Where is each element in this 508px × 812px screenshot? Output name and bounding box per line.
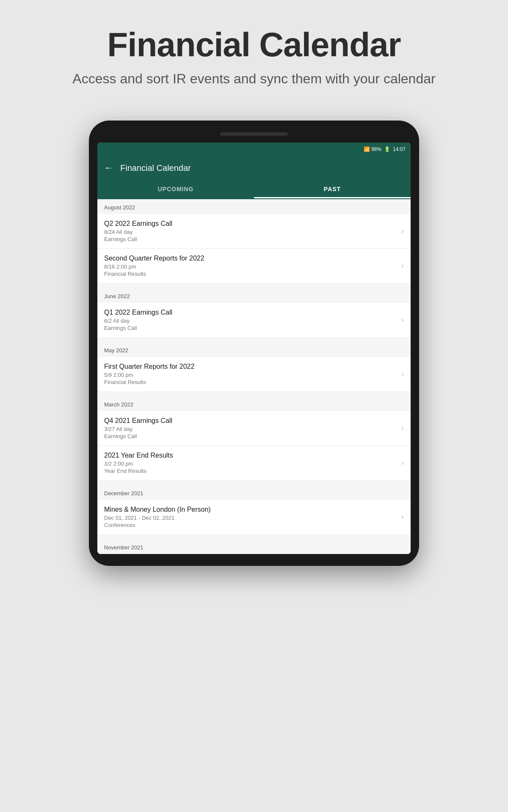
event-date: 3/2 2:00 pm bbox=[104, 461, 398, 467]
event-date: 8/24 All day bbox=[104, 229, 398, 235]
chevron-right-icon: › bbox=[401, 424, 404, 433]
month-header: March 2022 bbox=[97, 396, 411, 411]
section-divider bbox=[97, 534, 411, 539]
month-header: June 2022 bbox=[97, 288, 411, 303]
events-group: Q2 2022 Earnings Call8/24 All dayEarning… bbox=[97, 214, 411, 283]
event-type: Earnings Call bbox=[104, 433, 398, 439]
event-item[interactable]: Q4 2021 Earnings Call3/27 All dayEarning… bbox=[97, 411, 411, 446]
event-type: Financial Results bbox=[104, 379, 398, 385]
device-screen: 📶 98% 🔋 14:07 ← Financial Calendar UPCOM… bbox=[97, 143, 411, 554]
events-group: Q4 2021 Earnings Call3/27 All dayEarning… bbox=[97, 411, 411, 480]
event-item[interactable]: Q1 2022 Earnings Call6/2 All dayEarnings… bbox=[97, 303, 411, 337]
tab-past[interactable]: PAST bbox=[254, 180, 411, 198]
events-group: Mines & Money London (In Person)Dec 01, … bbox=[97, 500, 411, 534]
event-date: 3/27 All day bbox=[104, 426, 398, 432]
chevron-right-icon: › bbox=[401, 458, 404, 467]
month-section: August 2022Q2 2022 Earnings Call8/24 All… bbox=[97, 199, 411, 283]
event-title: First Quarter Reports for 2022 bbox=[104, 363, 398, 370]
event-details: First Quarter Reports for 20225/9 2:00 p… bbox=[104, 363, 398, 385]
section-divider bbox=[97, 480, 411, 485]
device-wrapper: 📶 98% 🔋 14:07 ← Financial Calendar UPCOM… bbox=[89, 121, 419, 566]
event-type: Conferences bbox=[104, 522, 398, 528]
time-text: 14:07 bbox=[393, 146, 406, 152]
device-speaker bbox=[220, 132, 288, 136]
event-type: Financial Results bbox=[104, 271, 398, 277]
month-section: March 2022Q4 2021 Earnings Call3/27 All … bbox=[97, 396, 411, 480]
event-date: 5/9 2:00 pm bbox=[104, 372, 398, 378]
event-date: Dec 01, 2021 - Dec 02, 2021 bbox=[104, 515, 398, 521]
event-date: 6/2 All day bbox=[104, 318, 398, 324]
event-type: Earnings Call bbox=[104, 325, 398, 331]
event-details: Second Quarter Reports for 20228/16 2:00… bbox=[104, 255, 398, 277]
event-item[interactable]: 2021 Year End Results3/2 2:00 pmYear End… bbox=[97, 446, 411, 480]
month-header: August 2022 bbox=[97, 199, 411, 214]
page-title: Financial Calendar bbox=[72, 25, 435, 64]
tabs-bar: UPCOMING PAST bbox=[97, 180, 411, 199]
event-title: Mines & Money London (In Person) bbox=[104, 506, 398, 513]
events-group: First Quarter Reports for 20225/9 2:00 p… bbox=[97, 357, 411, 391]
event-title: Second Quarter Reports for 2022 bbox=[104, 255, 398, 262]
section-divider bbox=[97, 391, 411, 396]
wifi-icon: 📶 98% bbox=[364, 146, 381, 152]
app-bar: ← Financial Calendar bbox=[97, 156, 411, 180]
event-item[interactable]: Q2 2022 Earnings Call8/24 All dayEarning… bbox=[97, 214, 411, 249]
event-type: Earnings Call bbox=[104, 236, 398, 242]
month-header: November 2021 bbox=[97, 539, 411, 554]
month-header: May 2022 bbox=[97, 342, 411, 357]
month-section: December 2021Mines & Money London (In Pe… bbox=[97, 485, 411, 534]
event-title: Q1 2022 Earnings Call bbox=[104, 309, 398, 316]
chevron-right-icon: › bbox=[401, 261, 404, 270]
event-title: Q2 2022 Earnings Call bbox=[104, 220, 398, 228]
event-details: Q1 2022 Earnings Call6/2 All dayEarnings… bbox=[104, 309, 398, 331]
event-item[interactable]: First Quarter Reports for 20225/9 2:00 p… bbox=[97, 357, 411, 391]
chevron-right-icon: › bbox=[401, 227, 404, 236]
event-item[interactable]: Mines & Money London (In Person)Dec 01, … bbox=[97, 500, 411, 534]
battery-icon: 🔋 bbox=[384, 146, 390, 152]
status-icons: 📶 98% 🔋 14:07 bbox=[364, 146, 406, 152]
event-details: Q2 2022 Earnings Call8/24 All dayEarning… bbox=[104, 220, 398, 242]
tab-upcoming[interactable]: UPCOMING bbox=[97, 180, 254, 198]
event-item[interactable]: Second Quarter Reports for 20228/16 2:00… bbox=[97, 249, 411, 283]
page-subtitle: Access and sort IR events and sync them … bbox=[72, 71, 435, 87]
back-button[interactable]: ← bbox=[104, 162, 113, 173]
event-details: Q4 2021 Earnings Call3/27 All dayEarning… bbox=[104, 417, 398, 439]
chevron-right-icon: › bbox=[401, 370, 404, 379]
event-title: Q4 2021 Earnings Call bbox=[104, 417, 398, 425]
app-bar-title: Financial Calendar bbox=[120, 163, 191, 173]
month-section: June 2022Q1 2022 Earnings Call6/2 All da… bbox=[97, 288, 411, 337]
content-area: August 2022Q2 2022 Earnings Call8/24 All… bbox=[97, 199, 411, 554]
event-title: 2021 Year End Results bbox=[104, 452, 398, 459]
event-type: Year End Results bbox=[104, 468, 398, 474]
month-header: December 2021 bbox=[97, 485, 411, 500]
chevron-right-icon: › bbox=[401, 315, 404, 324]
status-bar: 📶 98% 🔋 14:07 bbox=[97, 143, 411, 156]
event-details: 2021 Year End Results3/2 2:00 pmYear End… bbox=[104, 452, 398, 474]
month-section: November 2021 bbox=[97, 539, 411, 554]
section-divider bbox=[97, 283, 411, 288]
event-details: Mines & Money London (In Person)Dec 01, … bbox=[104, 506, 398, 528]
events-group: Q1 2022 Earnings Call6/2 All dayEarnings… bbox=[97, 303, 411, 337]
chevron-right-icon: › bbox=[401, 513, 404, 521]
page-header: Financial Calendar Access and sort IR ev… bbox=[55, 0, 452, 104]
month-section: May 2022First Quarter Reports for 20225/… bbox=[97, 342, 411, 391]
section-divider bbox=[97, 337, 411, 342]
event-date: 8/16 2:00 pm bbox=[104, 263, 398, 270]
